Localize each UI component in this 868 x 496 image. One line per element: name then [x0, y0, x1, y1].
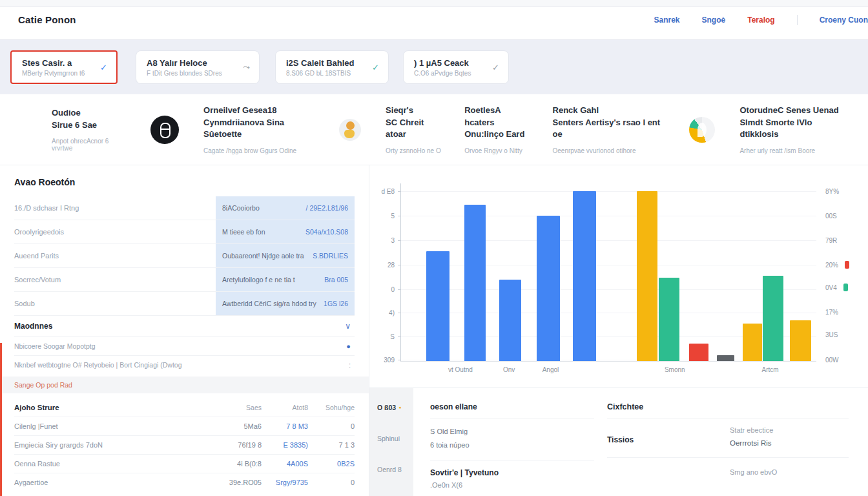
right-axis-text: 3US [825, 331, 838, 338]
group-line: 6 toia núpeo [430, 439, 594, 452]
right-axis-label: 3US [825, 331, 838, 338]
field-name: Aretylufoilogo f e ne tia t [222, 276, 300, 284]
rail-item-3[interactable]: Oenrd 8 [369, 466, 413, 496]
feature-text: OudioeSirue 6 SaeAnpot ohrecAcnor 6 vrvr… [52, 107, 127, 152]
info-icon[interactable]: : [349, 361, 351, 369]
feature-caption: Oeenrpvae vvurionod otihore [553, 147, 666, 154]
chart-bar-11[interactable] [763, 276, 783, 361]
field-value: 1GS l26 [324, 300, 348, 307]
card-text: ) 1 µA5 CeackC.O6 aPvdge Bqtes [414, 58, 471, 77]
top-navigation-bar: Catie Ponon SanrekSngoèTeralogCroeny Cuo… [0, 0, 868, 40]
feature-caption: Anpot ohrecAcnor 6 vrvrtwe [52, 138, 127, 152]
left-accent-line [0, 343, 2, 496]
field-name: Oubaareont! Njdge aole tra [222, 252, 309, 260]
table-row[interactable]: Aygaertioe39e.RO05Srgy/97350 [14, 473, 355, 491]
card-text: A8 Yalır HeloceF tDit Gres blondes SDres [147, 58, 222, 77]
metric-card-2[interactable]: A8 Yalır HeloceF tDit Gres blondes SDres… [136, 50, 260, 84]
bottom-panels: O ß03SphinuiOenrd 8 oeson ellane S Old E… [369, 388, 868, 496]
panel-row-value-box[interactable]: Awtberidd CëriC sig/ra hdod try1GS l26 [216, 292, 355, 315]
chart-bar-7[interactable] [659, 278, 680, 361]
y-axis-tick [398, 313, 401, 313]
top-nav-links: SanrekSngoèTeralogCroeny Cuon [654, 15, 868, 25]
rail-item-2[interactable]: Sphinui [369, 435, 413, 466]
table-cell: 4A00S [262, 460, 308, 468]
gridline [401, 289, 816, 290]
x-axis-label: Angol [542, 366, 559, 373]
rail-item-1[interactable]: O ß03 [369, 404, 413, 435]
metric-card-3[interactable]: i2S Caleit Bahled8.S06 GD bL 18STBIS✓ [275, 50, 389, 84]
expander-row[interactable]: Maodnnes ∨ [14, 315, 355, 336]
panel-row-value-box[interactable]: 8iACooiorbo/ 29E2.L81/96 [216, 196, 355, 220]
chart-bar-8[interactable] [689, 344, 709, 361]
toggle-row-2[interactable]: Nknbef wetbtogtne O# Retyobeio | Bort Ci… [14, 355, 355, 374]
person-icon [339, 119, 361, 141]
nav-link-2[interactable]: Sngoè [702, 16, 726, 25]
feature-title-line2: Senters Aertisy's rsao l ent oe [553, 117, 666, 141]
value-top: Statr ebectice [730, 426, 773, 434]
left-panel: Avao Roeotón 16./D sdchasr I Rtng8iACooi… [0, 165, 369, 496]
chart-bar-9[interactable] [717, 355, 734, 361]
features-row: OudioeSirue 6 SaeAnpot ohrecAcnor 6 vrvr… [0, 94, 868, 165]
axis-marker [845, 261, 849, 269]
feature-title-line2: Slmdt Smorte lVlo dtikklosis [739, 117, 845, 141]
panel-row-1: 16./D sdchasr I Rtng8iACooiorbo/ 29E2.L8… [14, 196, 355, 220]
table-row[interactable]: Cilenlg |Funet5Ma67 8 M30 [14, 417, 355, 435]
chart-bar-6[interactable] [637, 191, 658, 361]
feature-title-line1: RoetlesA hcaters [464, 105, 529, 129]
y-axis-tick [398, 336, 401, 337]
panel-row-label: Sodub [14, 292, 216, 315]
table-cell: 0 [308, 422, 355, 430]
app-logo[interactable]: Catie Ponon [18, 14, 76, 25]
toggle-label: Nbicoere Soogar Mopotptg [14, 342, 96, 350]
nav-link-3[interactable]: Teralog [747, 16, 774, 25]
feature-title-line1: OtorudneC Senes Uenad [739, 105, 845, 117]
toggle-row-1[interactable]: Nbicoere Soogar Mopotptg● [14, 336, 355, 355]
right-axis-label: 79R [825, 237, 837, 244]
feature-item-1: OudioeSirue 6 SaeAnpot ohrecAcnor 6 vrvr… [52, 107, 127, 152]
panel-field-rows: 16./D sdchasr I Rtng8iACooiorbo/ 29E2.L8… [14, 196, 355, 315]
bottom-right-title: Cixfchtee [607, 402, 849, 418]
x-axis-label: Onv [503, 366, 515, 373]
panel-row-value-box[interactable]: Aretylufoilogo f e ne tia tBra 005 [216, 268, 355, 291]
bottom-right-values: Statr ebectice Oerrrotsi Ris [730, 426, 773, 447]
nav-link-1[interactable]: Sanrek [654, 16, 680, 25]
table-header-1: Ajoho Strure [14, 404, 215, 411]
panel-row-value-box[interactable]: M tieee eb fonS04a/x10.S08 [216, 220, 355, 243]
panel-row-2: OroolyrigeedoisM tieee eb fonS04a/x10.S0… [14, 220, 355, 243]
field-value: S04a/x10.S08 [305, 228, 348, 236]
feature-title-line1: Renck Gahl [553, 105, 666, 117]
right-axis-text: 8Y% [825, 188, 839, 195]
bottom-right-panel: Cixfchtee Tissios Statr ebectice Oerrrot… [601, 388, 868, 496]
chart-bar-12[interactable] [790, 320, 811, 361]
table-row[interactable]: Emgiecia Siry grargds 7doN76f19 8E 3835)… [14, 435, 355, 454]
gridline [401, 191, 816, 192]
metric-card-1[interactable]: Stes Casir. aMBerty Rvtymgrron t6✓ [10, 50, 118, 84]
card-text: Stes Casir. aMBerty Rvtymgrron t6 [22, 58, 85, 77]
table-cell: 0B2S [308, 460, 355, 468]
chart-bar-3[interactable] [499, 280, 521, 362]
right-column: d E8532804)S3098Y%00S79R20%0V417%3US00Wv… [369, 165, 868, 496]
chevron-down-icon[interactable]: ∨ [345, 322, 351, 331]
metric-card-4[interactable]: ) 1 µA5 CeackC.O6 aPvdge Bqtes✓ [403, 50, 509, 84]
table-row[interactable]: Oenna Rastue4i B(0:84A00S0B2S [14, 454, 355, 473]
chart-bar-1[interactable] [426, 251, 450, 362]
bottom-rail: O ß03SphinuiOenrd 8 [369, 388, 413, 496]
feature-caption: Arher urly reatt /ism Boore [739, 147, 845, 154]
y-axis-tick [398, 191, 401, 192]
nav-link-4[interactable]: Croeny Cuon [820, 16, 868, 25]
gridline [401, 216, 816, 216]
panel-row-3: Aueend ParitsOubaareont! Njdge aole traS… [14, 243, 355, 267]
group-lines: S Old Elmig6 toia núpeo [430, 418, 594, 460]
right-axis-label: 8Y% [825, 188, 839, 195]
chart-bar-5[interactable] [573, 191, 596, 361]
chart-bar-4[interactable] [537, 216, 561, 362]
gridline [401, 313, 816, 313]
alert-banner: Sange Op pod Rad [0, 377, 369, 393]
feature-title-line2: Sirue 6 Sae [52, 119, 127, 132]
table-cell: Cilenlg |Funet [14, 422, 215, 430]
panel-row-value-box[interactable]: Oubaareont! Njdge aole traS.BDRLIES [216, 244, 355, 267]
chart-bar-2[interactable] [464, 205, 486, 361]
chart-bar-10[interactable] [743, 324, 762, 361]
blue-dot-icon[interactable]: ● [346, 342, 351, 350]
table-cell: E 3835) [262, 441, 308, 449]
